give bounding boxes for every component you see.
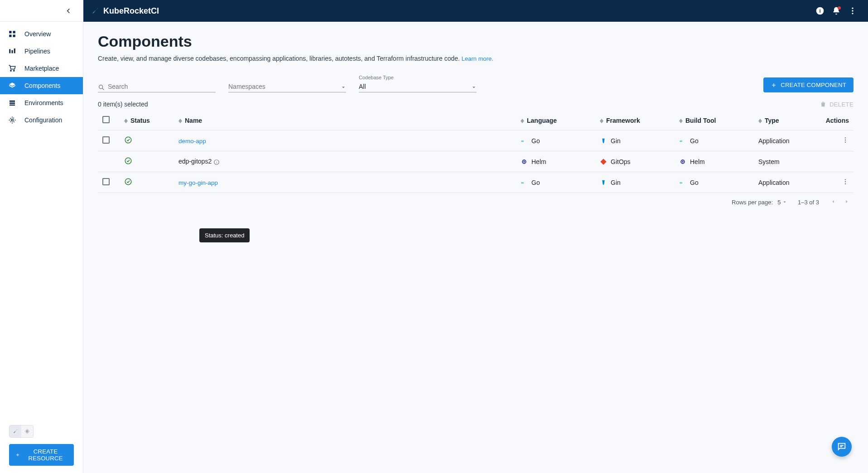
- framework-cell: GitOps: [600, 158, 670, 165]
- toggle-gear[interactable]: [21, 425, 33, 437]
- main-content: Components Create, view, and manage dive…: [83, 22, 868, 473]
- svg-point-15: [11, 119, 14, 121]
- chat-fab[interactable]: [832, 437, 852, 457]
- language-icon: [521, 158, 528, 165]
- svg-point-24: [125, 158, 131, 164]
- sidebar-item-marketplace[interactable]: Marketplace: [0, 60, 83, 77]
- col-status[interactable]: Status: [130, 117, 150, 124]
- status-ok-icon: [124, 138, 132, 145]
- trash-icon: [820, 101, 827, 108]
- col-build-tool[interactable]: Build Tool: [685, 117, 716, 124]
- filters-row: Codebase Type All CREATE COMPONENT: [98, 75, 854, 92]
- language-cell: Helm: [521, 158, 591, 165]
- col-language[interactable]: Language: [527, 117, 557, 124]
- select-all-checkbox[interactable]: [102, 116, 110, 123]
- framework-cell: Gin: [600, 179, 670, 186]
- topbar: KubeRocketCI i: [0, 0, 868, 22]
- status-ok-icon: [124, 159, 132, 166]
- svg-text:∞: ∞: [521, 139, 524, 143]
- sidebar-item-pipelines[interactable]: Pipelines: [0, 43, 83, 60]
- language-icon: ∞: [521, 137, 528, 145]
- col-actions: Actions: [826, 117, 849, 124]
- build-tool-icon: ∞: [679, 137, 686, 145]
- svg-rect-13: [10, 102, 15, 104]
- svg-point-23: [845, 141, 846, 142]
- svg-point-16: [26, 430, 28, 432]
- sidebar-item-environments[interactable]: Environments: [0, 94, 83, 111]
- selection-count: 0 item(s) selected: [98, 101, 148, 108]
- type-cell: Application: [758, 137, 790, 145]
- type-cell: Application: [758, 179, 790, 186]
- delete-button[interactable]: DELETE: [820, 101, 854, 108]
- learn-more-link[interactable]: Learn more.: [462, 55, 493, 62]
- gear-icon: [8, 116, 16, 124]
- search-input[interactable]: [98, 81, 216, 92]
- sidebar-item-components[interactable]: Components: [0, 77, 83, 94]
- cart-icon: [8, 64, 16, 72]
- row-checkbox[interactable]: [102, 178, 110, 185]
- col-framework[interactable]: Framework: [606, 117, 640, 124]
- table-row: edp-gitops2iHelmGitOpsHelmSystem: [98, 151, 854, 172]
- svg-text:i: i: [819, 8, 820, 14]
- row-checkbox[interactable]: [102, 136, 110, 144]
- framework-icon: [600, 179, 607, 186]
- codebase-type-select[interactable]: All: [359, 81, 477, 92]
- svg-text:∞: ∞: [680, 180, 682, 184]
- sidebar-item-label: Overview: [24, 30, 51, 38]
- sidebar-item-overview[interactable]: Overview: [0, 25, 83, 43]
- language-cell: ∞Go: [521, 179, 591, 186]
- info-button[interactable]: i: [812, 3, 828, 19]
- namespaces-value[interactable]: [228, 81, 346, 92]
- selection-bar: 0 item(s) selected DELETE: [98, 101, 854, 108]
- build-tool-cell: Helm: [679, 158, 749, 165]
- svg-point-34: [845, 183, 846, 184]
- svg-point-29: [125, 179, 131, 185]
- svg-text:∞: ∞: [521, 180, 524, 184]
- rocket-icon: [91, 6, 100, 15]
- prev-page-button[interactable]: [830, 198, 836, 206]
- svg-point-22: [845, 140, 846, 140]
- col-type[interactable]: Type: [765, 117, 779, 124]
- table-row: demo-app∞GoGin∞GoApplication: [98, 130, 854, 151]
- svg-text:∞: ∞: [680, 139, 682, 143]
- table-row: my-go-gin-app∞GoGin∞GoApplication: [98, 172, 854, 193]
- namespaces-select[interactable]: [228, 81, 346, 92]
- theme-toggle[interactable]: [9, 425, 34, 438]
- component-name-link[interactable]: demo-app: [178, 138, 206, 145]
- pagination: Rows per page: 5 1–3 of 3: [98, 193, 854, 212]
- page-title: Components: [98, 33, 854, 50]
- notifications-button[interactable]: [828, 3, 844, 19]
- rows-per-page-select[interactable]: 5: [777, 199, 787, 206]
- sidebar-item-configuration[interactable]: Configuration: [0, 111, 83, 129]
- chevron-left-icon: [830, 198, 836, 205]
- page-range: 1–3 of 3: [798, 199, 819, 206]
- codebase-type-value: All: [359, 81, 477, 92]
- create-resource-button[interactable]: CREATE RESOURCE: [9, 444, 74, 466]
- page-subtitle: Create, view, and manage diverse codebas…: [98, 55, 854, 62]
- sidebar-collapse-button[interactable]: [0, 0, 83, 22]
- rows-per-page-label: Rows per page:: [732, 199, 773, 206]
- type-cell: System: [758, 158, 780, 165]
- search-icon: [98, 84, 105, 91]
- search-input-wrap: [98, 81, 216, 92]
- next-page-button[interactable]: [844, 198, 850, 206]
- notification-dot: [838, 6, 841, 10]
- row-actions-button[interactable]: [842, 179, 849, 187]
- language-icon: ∞: [521, 179, 528, 186]
- build-tool-cell: ∞Go: [679, 137, 749, 145]
- sidebar-item-label: Pipelines: [24, 48, 50, 55]
- caret-down-icon: [782, 200, 787, 204]
- component-name-link[interactable]: my-go-gin-app: [178, 179, 218, 186]
- svg-rect-6: [13, 31, 15, 33]
- more-button[interactable]: [844, 3, 861, 19]
- sidebar-item-label: Components: [24, 82, 60, 89]
- sidebar: Overview Pipelines Marketplace Component…: [0, 22, 83, 473]
- row-actions-button[interactable]: [842, 138, 849, 145]
- components-table: Status Name Language Framework Build Too…: [98, 111, 854, 193]
- col-name[interactable]: Name: [185, 117, 202, 124]
- info-icon[interactable]: i: [212, 158, 220, 165]
- toggle-brush[interactable]: [10, 425, 21, 437]
- svg-point-21: [845, 137, 846, 138]
- create-component-button[interactable]: CREATE COMPONENT: [763, 77, 854, 92]
- build-tool-cell: ∞Go: [679, 179, 749, 186]
